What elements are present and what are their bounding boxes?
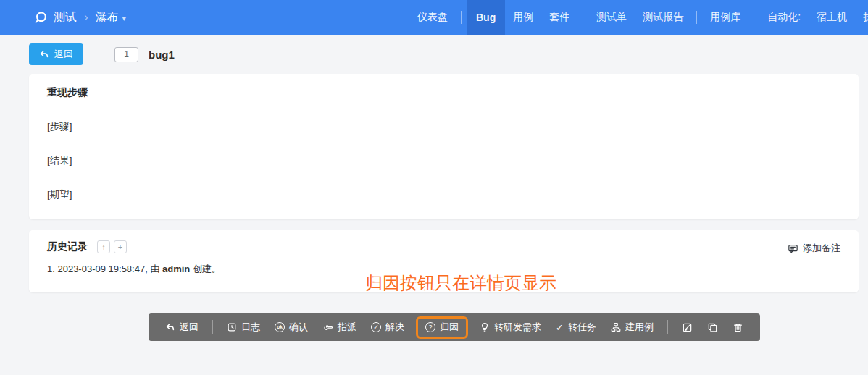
check-circle-icon: ✓ [371,322,381,332]
back-button[interactable]: 返回 [29,43,83,65]
project-name: 瀑布 [96,10,119,25]
repro-steps-heading: 重现步骤 [47,86,840,99]
toolbar-divider [667,320,668,334]
result-line: [结果] [47,154,840,167]
nav-item-testreport[interactable]: 测试报告 [635,0,691,35]
ok-circle-icon: ok [275,322,285,332]
annotation-text: 归因按钮只在详情页显示 [365,271,556,295]
sitemap-icon [611,322,621,332]
reverse-order-button[interactable]: ↑ [97,240,110,253]
top-navbar: 测试 › 瀑布 ▾ 仪表盘 Bug 用例 套件 测试单 测试报告 用例库 自动化… [0,0,868,35]
log-label: 日志 [241,321,260,334]
to-story-label: 转研发需求 [494,321,541,334]
steps-line: [步骤] [47,120,840,133]
history-entry-text: 1. 2023-03-09 19:58:47, 由 [47,264,162,274]
history-entry-user: admin [162,264,190,274]
history-header: 历史记录 ↑ + [47,240,840,253]
back-arrow-icon [39,49,49,59]
to-story-button[interactable]: 转研发需求 [472,313,548,341]
confirm-button[interactable]: ok 确认 [267,313,315,341]
to-task-button[interactable]: ✓ 转任务 [548,313,604,341]
nav-item-execution[interactable]: 执行 [855,0,868,35]
assign-button[interactable]: 指派 [315,313,364,341]
add-note-link[interactable]: 添加备注 [788,242,840,255]
arrow-up-icon: ↑ [101,243,106,251]
action-toolbar: 返回 日志 ok 确认 指派 ✓ 解决 ? 归因 [149,313,760,341]
attribute-button[interactable]: ? 归因 [418,319,466,337]
resolve-label: 解决 [385,321,404,334]
title-divider [99,46,99,62]
main-nav: 仪表盘 Bug 用例 套件 测试单 测试报告 用例库 自动化: 宿主机 执行 [409,0,868,35]
plus-icon: + [118,243,122,251]
nav-item-case[interactable]: 用例 [505,0,541,35]
back-arrow-icon [165,322,175,332]
check-icon: ✓ [556,323,564,332]
nav-divider [696,11,697,24]
create-case-label: 建用例 [625,321,654,334]
page-title: bug1 [149,49,175,61]
history-entry-action: 创建。 [190,264,221,274]
log-button[interactable]: 日志 [220,313,267,341]
app-title[interactable]: 测试 [54,10,77,25]
nav-item-dashboard[interactable]: 仪表盘 [409,0,456,35]
caret-down-icon: ▾ [122,13,126,22]
comment-icon [788,243,798,254]
back-button-label: 返回 [54,48,73,61]
trash-icon [733,322,743,333]
project-switcher[interactable]: 瀑布 ▾ [96,10,126,25]
copy-icon [707,322,718,333]
confirm-label: 确认 [289,321,308,334]
title-bar: 返回 1 bug1 [29,43,859,65]
breadcrumb-chevron-icon: › [84,10,88,25]
nav-item-host[interactable]: 宿主机 [809,0,855,35]
nav-divider [754,11,754,24]
nav-item-testtask[interactable]: 测试单 [588,0,635,35]
history-heading: 历史记录 [47,240,88,253]
navbar-brand: 测试 › 瀑布 ▾ [33,0,126,35]
nav-item-suite[interactable]: 套件 [541,0,577,35]
to-task-label: 转任务 [568,321,596,334]
lightbulb-icon [480,322,490,332]
nav-item-automation[interactable]: 自动化: [759,0,809,35]
pointing-hand-icon [322,322,333,333]
bug-id-badge: 1 [114,47,138,62]
toolbar-back-button[interactable]: 返回 [158,313,206,341]
add-note-label: 添加备注 [803,242,840,255]
expand-all-button[interactable]: + [114,240,127,253]
attribute-highlight-box: ? 归因 [416,316,468,339]
log-clock-icon [227,322,237,332]
toolbar-back-label: 返回 [180,321,199,334]
toolbar-divider [212,320,213,334]
copy-button[interactable] [700,313,725,341]
question-circle-icon: ? [425,322,435,332]
delete-button[interactable] [725,313,751,341]
create-case-button[interactable]: 建用例 [604,313,661,341]
nav-item-caselib[interactable]: 用例库 [702,0,748,35]
resolve-button[interactable]: ✓ 解决 [364,313,412,341]
nav-item-bug[interactable]: Bug [467,0,505,35]
assign-label: 指派 [338,321,356,334]
expect-line: [期望] [47,188,840,201]
edit-icon [682,322,693,333]
qa-magnifier-icon [33,11,47,25]
nav-divider [461,11,462,24]
repro-steps-panel: 重现步骤 [步骤] [结果] [期望] [29,74,859,219]
edit-button[interactable] [675,313,700,341]
nav-divider [583,11,583,24]
attribute-label: 归因 [440,321,459,334]
